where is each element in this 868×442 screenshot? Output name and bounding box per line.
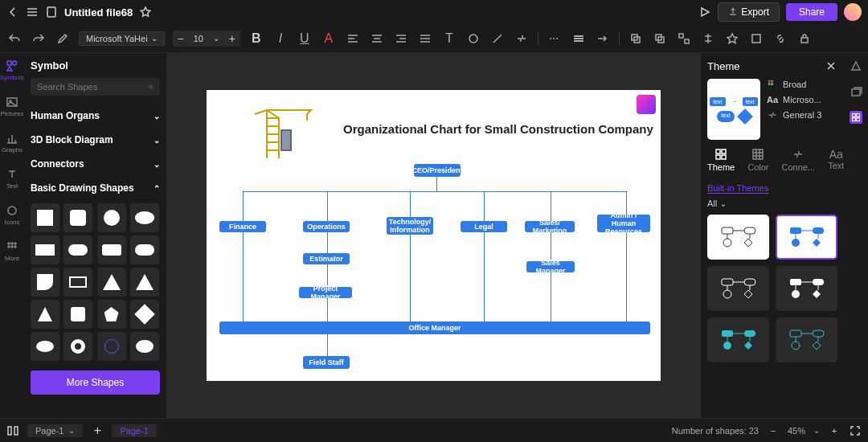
shape-oval2[interactable] xyxy=(31,332,59,361)
size-increase-button[interactable]: + xyxy=(224,31,240,47)
page-tab-1[interactable]: Page-1⌄ xyxy=(27,424,83,437)
node-ceo[interactable]: CEO/President xyxy=(414,164,461,177)
cat-basic-shapes[interactable]: Basic Drawing Shapes⌃ xyxy=(31,176,160,200)
theme-filter-all[interactable]: All⌄ xyxy=(707,198,837,208)
node-finance[interactable]: Finance xyxy=(219,221,266,232)
shape-outline[interactable] xyxy=(63,268,92,297)
shape-rounded[interactable] xyxy=(63,203,92,232)
align-vertical-icon[interactable] xyxy=(417,31,433,47)
node-pm[interactable]: Project Manager xyxy=(299,287,352,298)
lock-icon[interactable] xyxy=(796,31,813,47)
shape-rrect[interactable] xyxy=(97,235,126,264)
fullscreen-icon[interactable] xyxy=(849,424,862,437)
canvas[interactable]: Organizational Chart for Small Construct… xyxy=(207,90,661,381)
brush-icon[interactable] xyxy=(55,31,71,47)
theme-card-1[interactable] xyxy=(707,215,769,260)
node-legal[interactable]: Legal xyxy=(461,221,507,232)
hamburger-icon[interactable] xyxy=(26,6,39,18)
redo-icon[interactable] xyxy=(31,31,47,47)
node-hr[interactable]: Admin / Human Resources xyxy=(597,215,650,232)
theme-opt-general[interactable]: General 3 xyxy=(767,109,821,121)
add-page-icon[interactable]: + xyxy=(91,424,104,437)
shape-rect[interactable] xyxy=(31,235,59,264)
nav-text[interactable]: Text xyxy=(6,168,18,190)
size-decrease-button[interactable]: − xyxy=(173,31,189,47)
node-field[interactable]: Field Staff xyxy=(303,356,350,369)
page-tab-active[interactable]: Page-1 xyxy=(112,424,156,437)
shape-hex[interactable] xyxy=(63,300,92,329)
back-icon[interactable] xyxy=(6,6,19,18)
layer-front-icon[interactable] xyxy=(628,31,644,47)
theme-tab-text[interactable]: AaText xyxy=(828,148,844,172)
node-tech[interactable]: Technology/ Information xyxy=(387,217,433,235)
shape-triangle[interactable] xyxy=(97,268,126,297)
shape-capsule[interactable] xyxy=(130,235,159,264)
align-right-icon[interactable] xyxy=(393,31,409,47)
align-left-icon[interactable] xyxy=(345,31,361,47)
fill-icon[interactable] xyxy=(465,31,481,47)
shape-diamond[interactable] xyxy=(130,300,159,329)
export-icon[interactable] xyxy=(748,31,764,47)
theme-tab-color[interactable]: Color xyxy=(747,148,768,172)
link-icon[interactable] xyxy=(772,31,788,47)
theme-card-2[interactable] xyxy=(776,215,837,260)
undo-icon[interactable] xyxy=(6,31,23,47)
shape-pent[interactable] xyxy=(97,300,126,329)
shape-tri2[interactable] xyxy=(130,268,159,297)
node-operations[interactable]: Operations xyxy=(303,221,350,232)
theme-tab-theme[interactable]: Theme xyxy=(707,148,735,172)
underline-icon[interactable]: U xyxy=(297,31,313,47)
font-size-control[interactable]: − 10 ⌄ + xyxy=(173,31,240,47)
theme-tab-connector[interactable]: Conne... xyxy=(782,148,816,172)
nav-more[interactable]: More xyxy=(5,240,19,262)
theme-card-6[interactable] xyxy=(776,317,837,362)
theme-opt-broad[interactable]: Broad xyxy=(767,79,821,90)
theme-card-3[interactable] xyxy=(707,266,769,311)
nav-icons[interactable]: Icons xyxy=(4,204,19,226)
layer-back-icon[interactable] xyxy=(652,31,668,47)
nav-pictures[interactable]: Pictures xyxy=(1,96,24,117)
group-icon[interactable] xyxy=(676,31,692,47)
rnav-tri-icon[interactable] xyxy=(850,59,862,72)
more-shapes-button[interactable]: More Shapes xyxy=(31,370,160,395)
search-input[interactable] xyxy=(31,78,160,96)
export-button[interactable]: Export xyxy=(718,2,780,22)
align-center-icon[interactable] xyxy=(369,31,385,47)
shape-oval3[interactable] xyxy=(130,332,159,361)
rnav-layers-icon[interactable] xyxy=(850,85,862,98)
theme-card-5[interactable] xyxy=(707,317,769,362)
close-icon[interactable] xyxy=(825,59,837,72)
shape-snip[interactable] xyxy=(31,268,59,297)
shape-square[interactable] xyxy=(31,203,59,232)
italic-icon[interactable]: I xyxy=(272,31,289,47)
line-icon[interactable] xyxy=(489,31,506,47)
shape-tri3[interactable] xyxy=(31,300,59,329)
play-icon[interactable] xyxy=(698,6,711,18)
connector-icon[interactable] xyxy=(514,31,530,47)
star-icon[interactable] xyxy=(139,6,152,18)
file-icon[interactable] xyxy=(45,6,58,18)
built-in-themes-label[interactable]: Built-in Themes xyxy=(707,183,768,194)
font-select[interactable]: Microsoft YaHei⌄ xyxy=(79,31,165,46)
shape-ring[interactable] xyxy=(97,332,126,361)
text-icon[interactable]: T xyxy=(441,31,457,47)
ai-icon[interactable] xyxy=(724,31,740,47)
zoom-out-icon[interactable]: − xyxy=(767,424,780,437)
font-color-icon[interactable]: A xyxy=(321,31,337,47)
dash-icon[interactable] xyxy=(547,31,563,47)
ai-badge-icon[interactable] xyxy=(637,95,656,114)
nav-symbols[interactable]: Symbols xyxy=(0,59,24,81)
align-icon[interactable] xyxy=(700,31,716,47)
node-estimator[interactable]: Estimator xyxy=(303,253,350,264)
arrow-icon[interactable] xyxy=(595,31,611,47)
cat-human-organs[interactable]: Human Organs⌄ xyxy=(31,104,160,128)
cat-connectors[interactable]: Connectors⌄ xyxy=(31,152,160,176)
weight-icon[interactable] xyxy=(571,31,587,47)
pages-icon[interactable] xyxy=(6,424,19,437)
share-button[interactable]: Share xyxy=(786,3,837,21)
nav-graphs[interactable]: Graphs xyxy=(2,132,23,153)
shape-donut[interactable] xyxy=(63,332,92,361)
bold-icon[interactable]: B xyxy=(248,31,264,47)
cat-3d-block[interactable]: 3D Block Diagram⌄ xyxy=(31,128,160,152)
shape-ellipse[interactable] xyxy=(130,203,159,232)
